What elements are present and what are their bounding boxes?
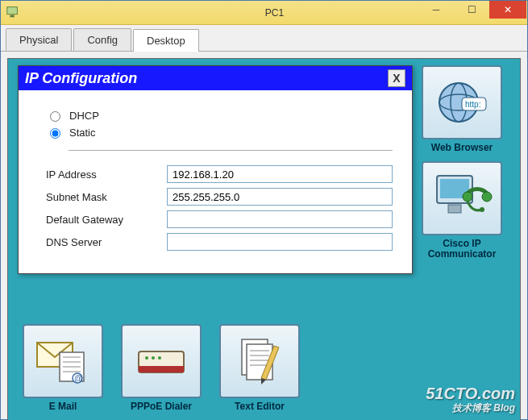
input-dns-server[interactable] (167, 233, 393, 251)
svg-text:http:: http: (465, 100, 480, 109)
svg-point-25 (158, 356, 161, 360)
svg-rect-1 (10, 15, 14, 17)
row-dns-server: DNS Server (46, 233, 393, 251)
row-default-gateway: Default Gateway (46, 210, 393, 228)
pc-icon (6, 5, 22, 21)
radio-static[interactable]: Static (46, 126, 393, 139)
radio-dhcp[interactable]: DHCP (46, 109, 393, 122)
radio-dhcp-input[interactable] (50, 111, 60, 122)
svg-rect-9 (448, 205, 461, 213)
dialog-close-button[interactable]: X (388, 69, 405, 87)
maximize-button[interactable]: ☐ (454, 1, 489, 19)
svg-text:@: @ (74, 374, 82, 383)
desktop-panel: http: Web Browser (7, 58, 521, 420)
minimize-button[interactable]: ─ (418, 1, 454, 19)
dialog-title: IP Configuration (25, 70, 137, 87)
launcher-label: Text Editor (235, 401, 285, 412)
svg-rect-0 (7, 6, 18, 14)
app-window: PC1 ─ ☐ ✕ Physical Config Desktop http: (0, 0, 528, 420)
dialog-title-bar[interactable]: IP Configuration X (19, 66, 412, 90)
label-default-gateway: Default Gateway (46, 214, 167, 226)
window-controls: ─ ☐ ✕ (418, 1, 526, 19)
launcher-web-browser[interactable]: http: Web Browser (412, 65, 512, 153)
divider (69, 150, 393, 151)
launcher-pppoe-dialer[interactable]: PPPoE Dialer (121, 324, 202, 412)
tab-bar: Physical Config Desktop (1, 25, 527, 52)
watermark-sub: 技术博客 Blog (426, 401, 515, 415)
bottom-launchers: @ E Mail PPPoE Dialer (23, 324, 300, 412)
input-default-gateway[interactable] (167, 210, 393, 228)
globe-http-icon: http: (422, 65, 502, 139)
svg-point-24 (152, 356, 155, 360)
monitor-headset-icon (422, 161, 502, 235)
envelope-page-icon: @ (23, 324, 103, 398)
label-ip-address: IP Address (46, 168, 167, 181)
row-ip-address: IP Address (46, 165, 393, 183)
input-subnet-mask[interactable] (167, 188, 393, 206)
svg-point-23 (145, 356, 148, 360)
watermark: 51CTO.com 技术博客 Blog (426, 386, 515, 415)
launcher-label: Cisco IP Communicator (412, 239, 512, 260)
launcher-label: PPPoE Dialer (131, 401, 192, 412)
svg-point-12 (480, 207, 484, 212)
tab-desktop[interactable]: Desktop (133, 29, 199, 52)
pages-pencil-icon (219, 324, 300, 398)
row-subnet-mask: Subnet Mask (46, 188, 393, 206)
radio-static-input[interactable] (50, 128, 60, 139)
label-dns-server: DNS Server (46, 236, 167, 248)
launcher-label: E Mail (49, 401, 77, 412)
modem-router-icon (121, 324, 202, 398)
right-launchers: http: Web Browser (412, 65, 512, 260)
launcher-text-editor[interactable]: Text Editor (219, 324, 300, 412)
tab-physical[interactable]: Physical (6, 28, 72, 51)
launcher-cisco-ip-communicator[interactable]: Cisco IP Communicator (412, 161, 512, 260)
input-ip-address[interactable] (167, 165, 393, 183)
launcher-email[interactable]: @ E Mail (23, 324, 103, 412)
launcher-label: Web Browser (431, 143, 493, 153)
dialog-body: DHCP Static IP Address Subnet Mask Defau… (19, 90, 412, 273)
label-subnet-mask: Subnet Mask (46, 191, 167, 203)
ip-configuration-dialog: IP Configuration X DHCP Static IP Addres… (18, 65, 413, 274)
close-icon: X (393, 72, 400, 85)
tab-config[interactable]: Config (73, 28, 131, 51)
close-button[interactable]: ✕ (489, 1, 526, 19)
svg-point-11 (482, 192, 492, 202)
svg-point-10 (463, 192, 472, 202)
radio-label: DHCP (69, 110, 99, 122)
watermark-main: 51CTO.com (426, 386, 515, 401)
svg-rect-22 (139, 366, 184, 372)
title-bar[interactable]: PC1 ─ ☐ ✕ (1, 1, 527, 25)
radio-label: Static (69, 127, 96, 139)
